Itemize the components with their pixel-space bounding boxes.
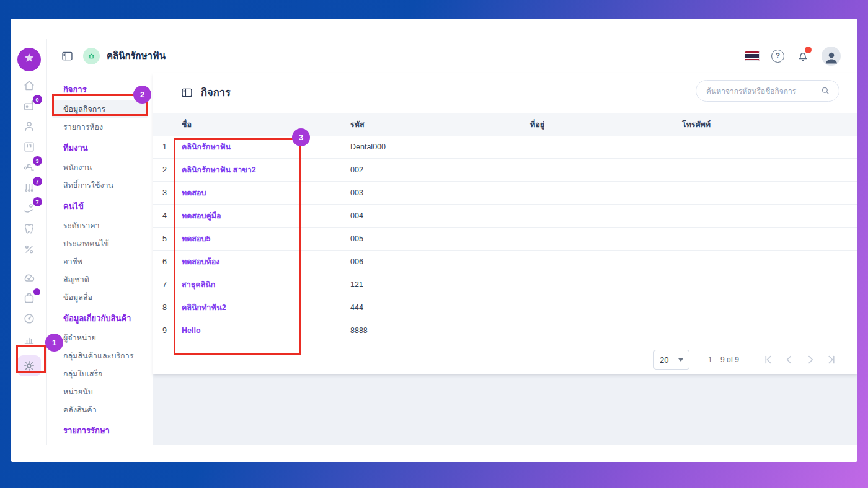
rail-products-icon[interactable]: [22, 291, 37, 304]
sidebar-item[interactable]: คลังสินค้า: [47, 401, 153, 419]
workspace-home-icon: [83, 48, 100, 64]
row-name-link: ทดสอบ: [182, 187, 350, 199]
row-index: 6: [153, 257, 182, 266]
search-input[interactable]: [706, 87, 820, 95]
sidebar-item[interactable]: พนักงาน: [47, 159, 153, 177]
rail-patients-icon[interactable]: [22, 120, 37, 133]
rail-dental-tools-icon[interactable]: 7: [22, 181, 37, 194]
row-name-link[interactable]: Hello: [182, 326, 201, 335]
rail-settings-icon[interactable]: [17, 355, 41, 376]
window-top-strip: [11, 19, 857, 38]
row-index: 4: [153, 211, 182, 220]
last-page-button[interactable]: [823, 352, 839, 368]
star-icon: [22, 51, 36, 68]
table-row: 1คลินิกรักษาฟันDental000: [153, 136, 857, 159]
row-index: 2: [153, 166, 182, 174]
sidebar-item[interactable]: สิทธิ์การใช้งาน: [47, 177, 153, 195]
search-box: [696, 80, 839, 102]
search-icon[interactable]: [820, 85, 831, 97]
sidebar-toggle-icon[interactable]: [61, 50, 74, 63]
row-index: 9: [153, 326, 182, 335]
sidebar-section-header: กิจการ: [47, 78, 153, 100]
sidebar-item[interactable]: รายการห้อง: [47, 118, 153, 136]
main-content: กิจการ ชื่อ รหัส ที่อยู่ โทรศัพท์ 1คลินิ…: [153, 73, 857, 462]
row-code: 002: [350, 166, 530, 174]
brand-star-logo[interactable]: [17, 48, 41, 71]
row-index: 8: [153, 303, 182, 312]
row-name-link[interactable]: คลินิกรักษาฟัน: [182, 143, 231, 151]
sidebar-item[interactable]: สัญชาติ: [47, 271, 153, 289]
sidebar-item[interactable]: กลุ่มสินค้าและบริการ: [47, 347, 153, 365]
rail-appointments-icon[interactable]: 0: [22, 99, 37, 112]
table-row: 7สาธุคลินิก121: [153, 273, 857, 296]
previous-page-button[interactable]: [781, 352, 797, 368]
pagination-range-label: 1 – 9 of 9: [708, 355, 739, 364]
sidebar-item[interactable]: อาชีพ: [47, 253, 153, 271]
page-title: กิจการ: [201, 84, 231, 100]
rail-services-icon[interactable]: 7: [22, 202, 37, 215]
table-row: 4ทดสอบคู่มือ004: [153, 205, 857, 228]
thai-flag-language-icon[interactable]: [745, 51, 760, 61]
rail-rooms-icon[interactable]: [22, 140, 37, 153]
content-background: [153, 374, 857, 445]
sidebar-item[interactable]: กลุ่มใบเสร็จ: [47, 365, 153, 383]
row-code: 003: [350, 189, 530, 197]
row-index: 3: [153, 189, 182, 197]
row-name-link: Hello: [182, 326, 350, 335]
rail-usage-meter-icon[interactable]: [22, 312, 37, 325]
icon-rail: 0377: [11, 39, 47, 445]
notifications-bell-icon[interactable]: [796, 49, 810, 63]
column-header-address: ที่อยู่: [530, 118, 682, 131]
row-name-link: คลินิกทำฟัน2: [182, 301, 350, 314]
sidebar-section-header: ข้อมูลเกี่ยวกับสินค้า: [47, 307, 153, 329]
user-avatar[interactable]: [822, 47, 841, 66]
rail-badge: 7: [33, 197, 42, 206]
rail-cloud-sync-icon[interactable]: [22, 271, 37, 284]
sidebar-item[interactable]: หน่วยนับ: [47, 383, 153, 401]
sidebar-item[interactable]: ประเภทคนไข้: [47, 235, 153, 253]
row-name-link[interactable]: คลินิกทำฟัน2: [182, 303, 226, 312]
table-row: 6ทดสอบห้อง006: [153, 251, 857, 273]
row-name-link[interactable]: ทดสอบ: [182, 189, 206, 197]
rail-discounts-icon[interactable]: [22, 242, 37, 255]
column-header-phone: โทรศัพท์: [682, 118, 857, 131]
row-index: 5: [153, 234, 182, 243]
help-icon[interactable]: ?: [771, 50, 784, 63]
table-header-row: ชื่อ รหัส ที่อยู่ โทรศัพท์: [153, 113, 857, 136]
row-name-link: คลินิกรักษาฟัน สาขา2: [182, 164, 350, 176]
row-name-link[interactable]: คลินิกรักษาฟัน สาขา2: [182, 166, 256, 174]
sidebar-item[interactable]: ข้อมูลกิจการ: [52, 100, 148, 118]
page-size-value: 20: [660, 355, 668, 365]
sidebar-item[interactable]: ข้อมูลสื่อ: [47, 289, 153, 307]
row-name-link[interactable]: สาธุคลินิก: [182, 280, 215, 289]
rail-reports-icon[interactable]: [22, 332, 37, 345]
page-title-icon: [180, 86, 193, 99]
pagination-bar: 20 1 – 9 of 9: [153, 346, 857, 373]
sidebar-item[interactable]: ผู้จำหน่าย: [47, 329, 153, 347]
row-index: 7: [153, 280, 182, 289]
settings-sidebar: กิจการข้อมูลกิจการรายการห้องทีมงานพนักงา…: [47, 73, 153, 445]
row-name-link: ทดสอบห้อง: [182, 255, 350, 268]
page-size-select[interactable]: 20: [653, 350, 689, 370]
rail-dental-chair-icon[interactable]: 3: [22, 161, 37, 174]
table-row: 2คลินิกรักษาฟัน สาขา2002: [153, 159, 857, 182]
row-name-link[interactable]: ทดสอบ5: [182, 234, 210, 243]
next-page-button[interactable]: [802, 352, 818, 368]
row-name-link: ทดสอบคู่มือ: [182, 210, 350, 222]
row-name-link[interactable]: ทดสอบห้อง: [182, 257, 219, 266]
first-page-button[interactable]: [760, 352, 776, 368]
rail-home-icon[interactable]: [22, 79, 37, 92]
table-row: 3ทดสอบ003: [153, 182, 857, 205]
rail-tooth-icon[interactable]: [22, 222, 37, 235]
row-name-link: ทดสอบ5: [182, 233, 350, 245]
app-window: 0377 คลินิกรักษาฟัน ? กิจการข้อมูลกิจการ…: [11, 19, 857, 462]
rail-badge: 0: [33, 95, 42, 104]
table-row: 5ทดสอบ5005: [153, 228, 857, 251]
row-name-link[interactable]: ทดสอบคู่มือ: [182, 211, 221, 220]
sidebar-item[interactable]: ระดับราคา: [47, 217, 153, 235]
row-name-link: คลินิกรักษาฟัน: [182, 141, 350, 153]
row-code: 8888: [350, 326, 530, 335]
sidebar-section-header: ทีมงาน: [47, 136, 153, 159]
rail-badge: 7: [33, 177, 42, 186]
row-code: 004: [350, 211, 530, 220]
